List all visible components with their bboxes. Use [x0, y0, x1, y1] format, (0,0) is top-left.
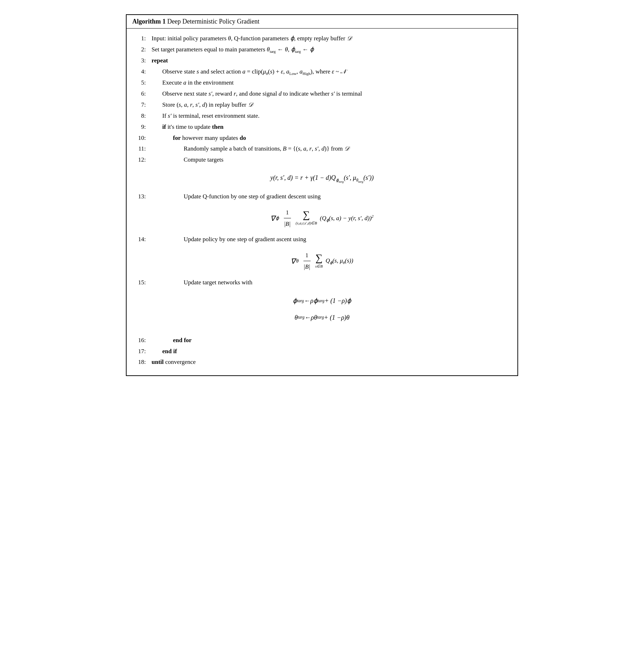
line-content-18: until convergence [152, 357, 510, 367]
line-content-10: for however many updates do [152, 133, 510, 143]
algorithm-box: Algorithm 1 Deep Deterministic Policy Gr… [126, 14, 518, 376]
line-18: 18: until convergence [134, 357, 510, 367]
eq-theta-targ: θtarg ← ρθtarg + (1 − ρ)θ [295, 312, 349, 323]
eq-phi-targ: ϕtarg ← ρϕtarg + (1 − ρ)ϕ [293, 295, 351, 306]
line-content-4: Observe state s and select action a = cl… [152, 67, 510, 77]
line-4: 4: Observe state s and select action a =… [134, 67, 510, 77]
line-10: 10: for however many updates do [134, 133, 510, 143]
line-2: 2: Set target parameters equal to main p… [134, 45, 510, 55]
line-content-16: end for [152, 335, 510, 346]
line-14: 14: Update policy by one step of gradien… [134, 234, 510, 245]
line-1: 1: Input: initial policy parameters θ, Q… [134, 34, 510, 44]
line-number-4: 4: [134, 67, 152, 77]
line-content-11: Randomly sample a batch of transitions, … [152, 144, 510, 154]
equation-targets: y(r, s′, d) = r + γ(1 − d)Qϕtarg(s′, μθt… [134, 172, 510, 184]
line-7: 7: Store (s, a, r, s′, d) in replay buff… [134, 100, 510, 110]
line-content-14: Update policy by one step of gradient as… [152, 234, 510, 245]
line-number-9: 9: [134, 122, 152, 132]
line-3: 3: repeat [134, 56, 510, 66]
line-number-11: 11: [134, 144, 152, 154]
line-content-1: Input: initial policy parameters θ, Q-fu… [152, 34, 510, 44]
line-number-5: 5: [134, 78, 152, 88]
line-content-8: If s′ is terminal, reset environment sta… [152, 111, 510, 121]
line-5: 5: Execute a in the environment [134, 78, 510, 88]
line-number-13: 13: [134, 192, 152, 202]
line-16: 16: end for [134, 335, 510, 346]
algorithm-title: Deep Deterministic Policy Gradient [167, 18, 259, 25]
line-9: 9: if it's time to update then [134, 122, 510, 132]
line-number-16: 16: [134, 335, 152, 346]
line-17: 17: end if [134, 346, 510, 357]
line-8: 8: If s′ is terminal, reset environment … [134, 111, 510, 121]
algorithm-header: Algorithm 1 Deep Deterministic Policy Gr… [127, 15, 517, 29]
line-number-17: 17: [134, 346, 152, 357]
line-number-14: 14: [134, 234, 152, 245]
line-15: 15: Update target networks with [134, 278, 510, 288]
line-content-3: repeat [152, 56, 510, 66]
line-number-2: 2: [134, 45, 152, 55]
line-number-18: 18: [134, 357, 152, 367]
line-content-9: if it's time to update then [152, 122, 510, 132]
equation-policy-update: ∇ θ 1 |B| ∑ s∈B Qϕ(s, μθ(s)) [134, 250, 510, 271]
equation-target-update: ϕtarg ← ρϕtarg + (1 − ρ)ϕ θtarg ← ρθtarg… [134, 293, 510, 326]
line-content-5: Execute a in the environment [152, 78, 510, 88]
equation-q-update: ∇ ϕ 1 |B| ∑ (s,a,r,s′,d)∈B (Qϕ(s, a) − y… [134, 208, 510, 229]
algorithm-number: Algorithm 1 [132, 18, 166, 25]
algorithm-body: 1: Input: initial policy parameters θ, Q… [127, 29, 517, 375]
line-number-6: 6: [134, 89, 152, 99]
line-content-13: Update Q-function by one step of gradien… [152, 192, 510, 202]
line-content-12: Compute targets [152, 155, 510, 165]
line-number-3: 3: [134, 56, 152, 66]
line-content-7: Store (s, a, r, s′, d) in replay buffer … [152, 100, 510, 110]
line-content-15: Update target networks with [152, 278, 510, 288]
line-11: 11: Randomly sample a batch of transitio… [134, 144, 510, 154]
line-content-2: Set target parameters equal to main para… [152, 45, 510, 55]
line-content-17: end if [152, 346, 510, 357]
line-12: 12: Compute targets [134, 155, 510, 165]
line-number-8: 8: [134, 111, 152, 121]
line-number-12: 12: [134, 155, 152, 165]
line-content-6: Observe next state s′, reward r, and don… [152, 89, 510, 99]
line-number-10: 10: [134, 133, 152, 143]
line-number-7: 7: [134, 100, 152, 110]
line-number-15: 15: [134, 278, 152, 288]
line-number-1: 1: [134, 34, 152, 44]
line-6: 6: Observe next state s′, reward r, and … [134, 89, 510, 99]
line-13: 13: Update Q-function by one step of gra… [134, 192, 510, 202]
